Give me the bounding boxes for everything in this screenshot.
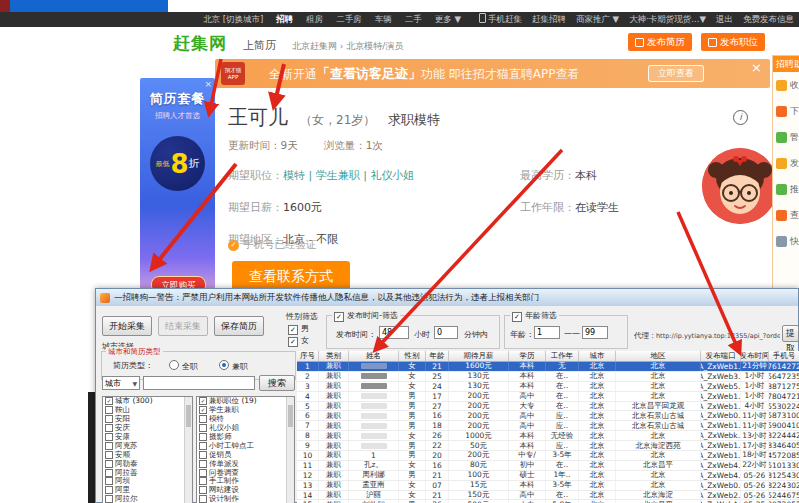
checkbox-icon bbox=[199, 415, 207, 423]
table-cell: A_ZxWeb2.. bbox=[701, 491, 741, 500]
job-listbox[interactable]: ✓兼职职位 (19)✓学生兼职模特礼仪小姐摄影师小时工钟点工促销员传单派发问卷调… bbox=[196, 396, 295, 503]
table-header-cell[interactable]: 类别 bbox=[319, 351, 349, 361]
table-row[interactable]: 9兼职男2250元本科应..北京北京海淀西苑A_ZxWeb1..17小时1834… bbox=[297, 441, 799, 451]
table-cell: A_ZxWeb1.. bbox=[701, 441, 741, 450]
screen: 北京 [切换城市]招聘租房二手房车辆二手更多 ▼ 手机赶集赶集招聘商家推广 ▼大… bbox=[0, 0, 799, 503]
table-row[interactable]: 2兼职女25130元本科在..北京北京A_ZxWeb3..1小时15647235… bbox=[297, 372, 799, 382]
table-header-cell[interactable]: 性别 bbox=[399, 351, 426, 361]
nav-item[interactable]: 二手 bbox=[405, 14, 422, 26]
table-header-cell[interactable]: 地区 bbox=[616, 351, 701, 361]
nav-item[interactable]: 车辆 bbox=[375, 14, 392, 26]
table-header-cell[interactable]: 城市 bbox=[579, 351, 616, 361]
table-header-cell[interactable]: 工作年 bbox=[546, 351, 579, 361]
table-cell bbox=[349, 392, 399, 401]
table-cell: 女 bbox=[399, 372, 426, 381]
ganji-logo[interactable]: 赶集网 bbox=[173, 32, 227, 55]
table-header-cell[interactable]: 发布端口 bbox=[701, 351, 741, 361]
banner-close-icon[interactable]: × bbox=[751, 60, 762, 75]
list-item[interactable]: 设计制作 bbox=[197, 495, 294, 503]
nav-item[interactable]: 退出 bbox=[716, 14, 733, 26]
stop-collect-button[interactable]: 结束采集 bbox=[158, 316, 208, 336]
nav-item[interactable]: 二手房 bbox=[336, 14, 362, 26]
banner-view-button[interactable]: 立即查看 bbox=[648, 65, 704, 82]
field-label: 期望日薪： bbox=[228, 201, 283, 214]
nav-item[interactable]: 更多 ▼ bbox=[435, 14, 461, 26]
breadcrumb[interactable]: 北京赶集网 › 北京模特/演员 bbox=[292, 40, 403, 53]
start-collect-button[interactable]: 开始采集 bbox=[102, 316, 152, 336]
table-header-cell[interactable]: 学历 bbox=[509, 351, 546, 361]
hours-input[interactable] bbox=[379, 326, 409, 339]
view-contact-button[interactable]: 查看联系方式 bbox=[232, 261, 350, 291]
promo-banner[interactable]: 招才猫 APP 全新开通「查看访客足迹」功能 即往招才猫直聘APP查看 立即查看… bbox=[215, 59, 770, 88]
city-search-input[interactable] bbox=[143, 376, 255, 390]
table-cell: 22小时 bbox=[741, 461, 769, 470]
table-row[interactable]: 4兼职男17200元高中在..北京北京A_ZxWeb1..1小时17804721… bbox=[297, 392, 799, 402]
city-listbox[interactable]: ✓城市 (300)鞍山安阳安庆安康阿克苏安顺阿勒泰阿拉善阿坝阿里阿拉尔澳门 bbox=[102, 396, 193, 503]
save-resume-button[interactable]: 保存简历 bbox=[214, 316, 264, 336]
nav-item[interactable]: 手机赶集 bbox=[479, 13, 522, 26]
resume-package-card[interactable]: × 简历套餐 招聘人才首选 最低 8 折 立即购买 bbox=[140, 78, 215, 310]
nav-item[interactable]: 大神·卡期货现货...▼ bbox=[629, 14, 706, 26]
table-row[interactable]: 11兼职孔z。女1680元初中在..北京北京昌平A_ZxWeb4..22小时15… bbox=[297, 461, 799, 471]
candidate-name: 王可儿 bbox=[228, 104, 288, 131]
job-list-scrollbar[interactable] bbox=[286, 397, 294, 503]
age-filter-checkbox[interactable]: ✓年龄筛选 bbox=[510, 310, 559, 322]
table-header-cell[interactable]: 发布时间 bbox=[741, 351, 769, 361]
proxy-fetch-button[interactable]: 提取 bbox=[782, 325, 799, 342]
table-cell: 12 bbox=[297, 471, 319, 480]
table-cell: 兼职 bbox=[319, 491, 349, 500]
list-item[interactable]: 阿拉尔 bbox=[103, 495, 192, 503]
assistant-item[interactable]: 查看套餐 bbox=[773, 202, 799, 228]
table-row[interactable]: 1兼职女211600元本科无北京北京A_ZxWeb1..21分钟17614272… bbox=[297, 362, 799, 372]
search-button[interactable]: 搜索 bbox=[259, 375, 295, 391]
nav-item[interactable]: 免费发布信息 bbox=[743, 14, 794, 26]
table-row[interactable]: 10兼职1男20200元中专/3-5年北京北京A_ZxWeb1..18小时145… bbox=[297, 451, 799, 461]
promo-close-icon[interactable]: × bbox=[204, 79, 212, 89]
fulltime-radio[interactable]: 全职 bbox=[169, 360, 198, 372]
table-cell: 北京 bbox=[579, 431, 616, 440]
parttime-radio[interactable]: 兼职 bbox=[219, 360, 248, 372]
banner-text-pre: 全新开通 bbox=[269, 67, 317, 81]
table-row[interactable]: 3兼职女24130元本科在..北京北京A_ZxWeb5..1小时13871275… bbox=[297, 382, 799, 392]
app-titlebar[interactable]: —招聘狗—警告：严禁用户利用本网站所开发软件传播他人隐私信息，以及其他违法犯法行… bbox=[96, 289, 798, 306]
assistant-item[interactable]: 下载简历 bbox=[773, 98, 799, 124]
table-header-cell[interactable]: 序号 bbox=[297, 351, 319, 361]
nav-item[interactable]: 北京 [切换城市] bbox=[203, 14, 263, 26]
browser-tab[interactable] bbox=[10, 0, 168, 12]
nav-item[interactable]: 招聘 bbox=[276, 14, 293, 26]
age-min-input[interactable] bbox=[534, 326, 560, 339]
female-checkbox[interactable]: ✓女 bbox=[288, 335, 309, 347]
table-header-cell[interactable]: 年龄 bbox=[426, 351, 449, 361]
table-row[interactable]: 6兼职男16200元高中应..北京北京石景山古城A_ZxWeb0..11小时15… bbox=[297, 411, 799, 421]
table-row[interactable]: 7兼职男18200元高中应..北京北京石景山古城A_ZxWeb1..11小时15… bbox=[297, 421, 799, 431]
table-row[interactable]: 12兼职周利娜男21100元硕士1年..北京北京A_ZxWeb4..05-261… bbox=[297, 471, 799, 481]
table-row[interactable]: 14兼职沪丽女21150元高中在..北京北京海淀A_ZxWeb2..05-261… bbox=[297, 491, 799, 501]
city-dropdown[interactable]: 城市 ▼ bbox=[102, 376, 140, 390]
publish-job-button[interactable]: 发布职位 bbox=[701, 33, 765, 51]
table-header[interactable]: 序号类别姓名性别年龄期待月薪学历工作年城市地区发布端口发布时间手机号 bbox=[297, 351, 799, 362]
assistant-item[interactable]: 管理职位 bbox=[773, 124, 799, 150]
table-row[interactable]: 13兼职孟亚南女0715元本科3-5年北京北京A_ZxWeb0..05-2618… bbox=[297, 481, 799, 491]
nav-item[interactable]: 租房 bbox=[306, 14, 323, 26]
nav-item[interactable]: 赶集招聘 bbox=[532, 14, 566, 26]
assistant-item[interactable]: 快速发布 bbox=[773, 228, 799, 254]
table-header-cell[interactable]: 期待月薪 bbox=[449, 351, 509, 361]
table-header-cell[interactable]: 手机号 bbox=[769, 351, 799, 361]
city-list-scrollbar[interactable] bbox=[184, 397, 192, 503]
time-filter-checkbox[interactable]: ✓发布时间-筛选 bbox=[332, 310, 400, 322]
info-icon[interactable]: i bbox=[733, 110, 748, 125]
assistant-item[interactable]: 推广职位 bbox=[773, 176, 799, 202]
male-checkbox[interactable]: ✓男 bbox=[288, 323, 309, 335]
age-max-input[interactable] bbox=[582, 326, 608, 339]
table-header-cell[interactable]: 姓名 bbox=[349, 351, 399, 361]
nav-item[interactable]: 商家推广 ▼ bbox=[576, 14, 619, 26]
minutes-input[interactable] bbox=[434, 326, 458, 339]
table-cell: 27 bbox=[426, 402, 449, 411]
publish-resume-button[interactable]: 发布简历 bbox=[628, 33, 692, 51]
table-row[interactable]: 5兼职男27200元大专在..北京北京昌平回龙观A_ZxWeb1..4小时155… bbox=[297, 402, 799, 412]
assistant-item[interactable]: 发布职位 bbox=[773, 150, 799, 176]
assistant-item[interactable]: 收到简历 bbox=[773, 72, 799, 98]
field-value[interactable]: 模特 | 学生兼职 | 礼仪小姐 bbox=[283, 169, 414, 182]
table-cell: 152446753 bbox=[769, 491, 799, 500]
table-row[interactable]: 8兼职女261000元本科无经验北京北京A_ZxWebk..13小时132244… bbox=[297, 431, 799, 441]
